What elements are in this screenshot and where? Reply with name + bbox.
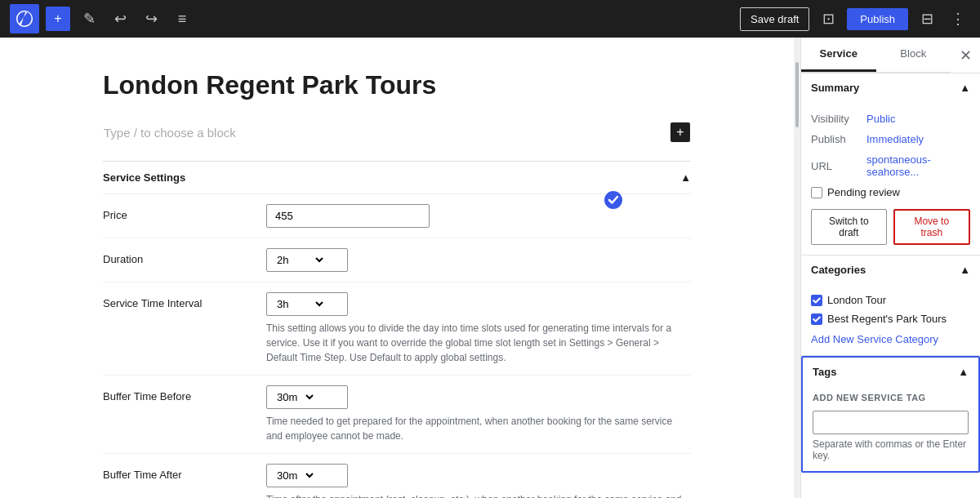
- move-to-trash-button[interactable]: Move to trash: [893, 209, 971, 245]
- summary-section: Summary ▲ Visibility Public Publish Imme…: [801, 73, 980, 256]
- service-time-interval-select[interactable]: Default 30m 1h 1h 30m 2h 2h 30m 3h: [274, 297, 326, 311]
- save-draft-button[interactable]: Save draft: [740, 7, 809, 31]
- categories-section: Categories ▲ London Tour Best Regent's P…: [801, 256, 980, 356]
- buffer-time-before-hint: Time needed to get prepared for the appo…: [266, 414, 691, 443]
- categories-body: London Tour Best Regent's Park Tours Add…: [801, 284, 980, 355]
- category-item-london-tour: London Tour: [811, 291, 970, 309]
- service-time-interval-row: Service Time Interval Default 30m 1h 1h …: [103, 282, 691, 375]
- service-settings-section: Service Settings ▲ Price Duration: [103, 161, 691, 498]
- sidebar-tabs: Service Block: [801, 38, 951, 73]
- buffer-time-after-row: Buffer Time After None 15m 30m 45m 1h: [103, 453, 691, 498]
- visibility-row: Visibility Public: [811, 109, 970, 129]
- service-time-interval-label: Service Time Interval: [103, 292, 250, 309]
- check-icon: [813, 315, 821, 323]
- tags-section: Tags ▲ ADD NEW SERVICE TAG Separate with…: [801, 356, 980, 473]
- price-input[interactable]: [266, 204, 430, 228]
- summary-collapse-icon: ▲: [960, 82, 970, 94]
- tab-service[interactable]: Service: [801, 38, 876, 72]
- collapse-icon: ▲: [680, 171, 691, 184]
- post-title[interactable]: [103, 70, 691, 100]
- categories-section-header[interactable]: Categories ▲: [801, 256, 980, 284]
- best-regents-label: Best Regent's Park Tours: [827, 313, 947, 325]
- redo-button[interactable]: ↪: [139, 7, 163, 31]
- publish-row: Publish Immediately: [811, 129, 970, 149]
- service-time-interval-control: Default 30m 1h 1h 30m 2h 2h 30m 3h This …: [266, 292, 691, 365]
- duration-control: Default 30m 1h 1h 30m 2h 2h 30m 3h: [266, 248, 691, 272]
- summary-title: Summary: [811, 82, 859, 94]
- price-control: [266, 204, 691, 228]
- london-tour-checkbox[interactable]: [811, 295, 822, 306]
- tag-input[interactable]: [813, 411, 969, 434]
- publish-button[interactable]: Publish: [847, 8, 908, 30]
- scroll-thumb: [795, 62, 799, 127]
- checkmark-circle: [604, 191, 622, 209]
- pending-review-label: Pending review: [827, 186, 900, 198]
- editor-inner: Type / to choose a block + Service Setti…: [54, 38, 740, 498]
- price-row: Price: [103, 193, 691, 238]
- tags-collapse-icon: ▲: [958, 366, 969, 378]
- visibility-label: Visibility: [811, 113, 860, 125]
- add-block-button[interactable]: +: [46, 7, 70, 31]
- buffer-time-before-select[interactable]: None 15m 30m 45m 1h: [274, 390, 316, 404]
- buffer-time-before-select-wrap[interactable]: None 15m 30m 45m 1h: [266, 385, 348, 409]
- placeholder-text: Type / to choose a block: [104, 126, 236, 140]
- categories-title: Categories: [811, 264, 866, 276]
- duration-select-wrap[interactable]: Default 30m 1h 1h 30m 2h 2h 30m 3h: [266, 248, 348, 272]
- undo-button[interactable]: ↩: [108, 7, 132, 31]
- duration-select[interactable]: Default 30m 1h 1h 30m 2h 2h 30m 3h: [274, 253, 326, 267]
- tags-body: ADD NEW SERVICE TAG Separate with commas…: [803, 386, 978, 471]
- category-item-best-regents: Best Regent's Park Tours: [811, 309, 970, 328]
- tags-section-header[interactable]: Tags ▲: [803, 358, 978, 386]
- london-tour-label: London Tour: [827, 294, 886, 306]
- url-row: URL spontaneous-seahorse...: [811, 149, 970, 182]
- summary-body: Visibility Public Publish Immediately UR…: [801, 102, 980, 255]
- buffer-time-after-select[interactable]: None 15m 30m 45m 1h: [274, 469, 316, 482]
- url-value[interactable]: spontaneous-seahorse...: [866, 153, 970, 178]
- service-settings-header[interactable]: Service Settings ▲: [103, 162, 691, 193]
- buffer-time-before-row: Buffer Time Before None 15m 30m 45m 1h: [103, 375, 691, 453]
- pending-review-row: Pending review: [811, 182, 970, 202]
- buffer-time-after-control: None 15m 30m 45m 1h Time after the appoi…: [266, 464, 691, 498]
- preview-button[interactable]: ⊡: [816, 7, 840, 31]
- wp-logo[interactable]: [10, 4, 39, 33]
- categories-collapse-icon: ▲: [960, 264, 970, 276]
- settings-button[interactable]: ⊟: [915, 7, 939, 31]
- price-label: Price: [103, 204, 250, 221]
- publish-label: Publish: [811, 133, 860, 145]
- tag-hint: Separate with commas or the Enter key.: [813, 438, 969, 461]
- menu-button[interactable]: ≡: [170, 7, 194, 31]
- buffer-time-after-select-wrap[interactable]: None 15m 30m 45m 1h: [266, 464, 348, 487]
- buffer-time-before-control: None 15m 30m 45m 1h Time needed to get p…: [266, 385, 691, 443]
- action-buttons: Switch to draft Move to trash: [811, 209, 970, 245]
- service-time-interval-select-wrap[interactable]: Default 30m 1h 1h 30m 2h 2h 30m 3h: [266, 292, 348, 316]
- duration-label: Duration: [103, 248, 250, 265]
- tags-title: Tags: [813, 366, 836, 378]
- visibility-value[interactable]: Public: [866, 113, 895, 125]
- more-options-button[interactable]: ⋮: [946, 7, 970, 31]
- main-layout: Type / to choose a block + Service Setti…: [0, 38, 980, 498]
- pending-review-checkbox[interactable]: [811, 187, 822, 198]
- buffer-time-after-hint: Time after the appointment (rest, cleanu…: [266, 492, 691, 498]
- editor-wrap: Type / to choose a block + Service Setti…: [0, 38, 800, 498]
- sidebar-close-button[interactable]: ✕: [951, 47, 980, 64]
- check-icon: [608, 194, 619, 206]
- summary-section-header[interactable]: Summary ▲: [801, 73, 980, 102]
- service-time-interval-hint: This setting allows you to divide the da…: [266, 321, 691, 365]
- publish-value[interactable]: Immediately: [866, 133, 924, 145]
- block-placeholder: Type / to choose a block +: [103, 117, 691, 148]
- edit-button[interactable]: ✎: [77, 7, 101, 31]
- add-category-link[interactable]: Add New Service Category: [811, 333, 938, 345]
- service-settings-label: Service Settings: [103, 171, 185, 184]
- tab-block[interactable]: Block: [876, 38, 951, 72]
- editor-scrollbar[interactable]: [794, 38, 800, 498]
- sidebar: Service Block ✕ Summary ▲ Visibility Pub…: [800, 38, 980, 498]
- toolbar: + ✎ ↩ ↪ ≡ Save draft ⊡ Publish ⊟ ⋮: [0, 0, 980, 38]
- add-tag-label: ADD NEW SERVICE TAG: [813, 393, 969, 402]
- url-label: URL: [811, 160, 860, 172]
- check-icon: [813, 296, 821, 305]
- checkmark-overlay: [604, 191, 622, 209]
- inline-add-block-button[interactable]: +: [670, 122, 690, 142]
- buffer-time-after-label: Buffer Time After: [103, 464, 250, 481]
- best-regents-checkbox[interactable]: [811, 313, 822, 325]
- switch-draft-button[interactable]: Switch to draft: [811, 209, 887, 245]
